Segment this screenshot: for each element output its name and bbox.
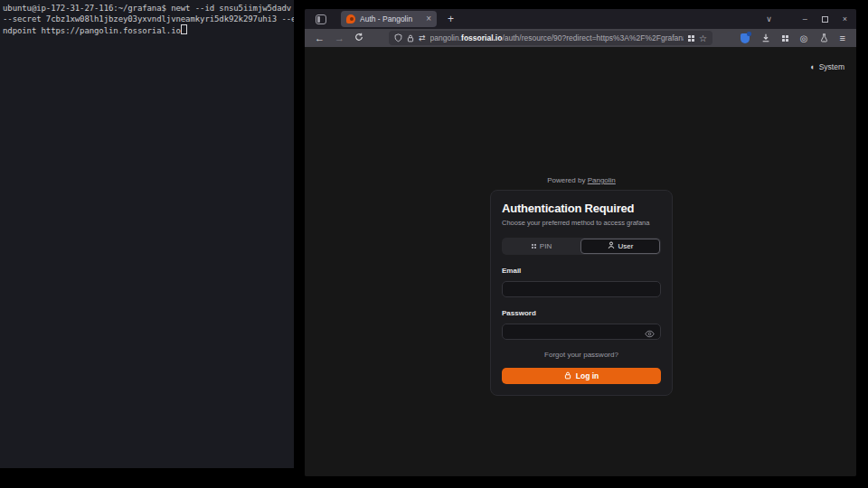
auth-page: ◐ System Powered by Pangolin Authenticat… — [305, 47, 856, 476]
container-flask-icon[interactable] — [820, 30, 828, 46]
auth-card: Authentication Required Choose your pref… — [490, 190, 673, 396]
password-label: Password — [502, 309, 661, 317]
extensions-icon[interactable] — [782, 35, 788, 42]
tab-user[interactable]: User — [580, 239, 660, 254]
login-lock-icon — [564, 371, 571, 381]
pin-keypad-icon — [532, 244, 536, 249]
toolbar-extension-icons: ◎ ≡ — [741, 30, 845, 46]
theme-toggle-label: System — [819, 62, 844, 71]
tab-user-label: User — [618, 242, 634, 250]
card-title: Authentication Required — [502, 202, 661, 215]
minimize-button[interactable]: – — [803, 14, 807, 23]
lock-icon[interactable] — [407, 30, 414, 46]
terminal-line: ndpoint https://pangolin.fossorial.io — [3, 24, 294, 37]
forward-button[interactable]: → — [335, 33, 344, 43]
tab-pin[interactable]: PIN — [503, 239, 580, 254]
email-label: Email — [502, 267, 661, 275]
pangolin-link[interactable]: Pangolin — [588, 176, 616, 184]
list-tabs-icon[interactable]: ∨ — [766, 14, 772, 23]
card-subtitle: Choose your preferred method to access g… — [502, 219, 661, 227]
back-button[interactable]: ← — [315, 33, 325, 43]
downloads-icon[interactable] — [761, 30, 770, 46]
window-controls: ∨ – × — [766, 14, 847, 23]
forgot-password-link[interactable]: Forgot your password? — [502, 351, 661, 359]
permissions-swap-icon[interactable]: ⇄ — [419, 33, 426, 42]
login-button[interactable]: Log in — [502, 368, 661, 384]
email-field[interactable] — [502, 281, 661, 297]
login-button-label: Log in — [576, 371, 599, 380]
ublock-shield-icon[interactable] — [741, 33, 750, 43]
auth-column: Powered by Pangolin Authentication Requi… — [490, 176, 673, 396]
url-bar[interactable]: ⇄ pangolin.fossorial.io/auth/resource/90… — [389, 31, 712, 45]
password-field[interactable] — [502, 324, 661, 340]
terminal-line: ubuntu@ip-172-31-27-116:~/grafana$ newt … — [3, 4, 294, 14]
auth-method-tabs: PIN User — [502, 238, 661, 255]
desktop: ubuntu@ip-172-31-27-116:~/grafana$ newt … — [0, 0, 868, 488]
browser-toolbar: ← → ⇄ pangolin.fossorial.io/auth/resourc… — [305, 29, 856, 47]
shortcuts-grid-icon[interactable] — [688, 35, 694, 42]
tab-pin-label: PIN — [540, 242, 552, 250]
pangolin-favicon-icon — [346, 14, 355, 23]
close-button[interactable]: × — [843, 14, 847, 23]
powered-by-text: Powered by — [547, 176, 585, 184]
account-circle-icon[interactable]: ◎ — [800, 33, 808, 43]
terminal-line: --secret 7cbz1xw08lh1jbzey03yxvndljvneam… — [3, 14, 294, 25]
reload-button[interactable] — [354, 33, 363, 43]
terminal-cursor — [181, 24, 187, 34]
maximize-button[interactable] — [822, 16, 828, 23]
tab-auth-pangolin[interactable]: Auth - Pangolin × — [341, 11, 437, 27]
theme-toggle-button[interactable]: ◐ System — [810, 62, 844, 71]
browser-tab-bar: Auth - Pangolin × + ∨ – × — [305, 9, 856, 29]
theme-sun-moon-icon: ◐ — [810, 62, 815, 71]
menu-hamburger-icon[interactable]: ≡ — [840, 33, 845, 43]
show-password-eye-icon[interactable] — [645, 325, 655, 342]
firefox-view-icon[interactable] — [316, 14, 326, 24]
tab-title: Auth - Pangolin — [360, 14, 421, 23]
bookmark-star-icon[interactable]: ☆ — [699, 33, 707, 43]
terminal-window[interactable]: ubuntu@ip-172-31-27-116:~/grafana$ newt … — [0, 0, 294, 468]
tab-close-icon[interactable]: × — [426, 14, 431, 23]
browser-window: Auth - Pangolin × + ∨ – × ← → — [305, 9, 856, 476]
new-tab-button[interactable]: + — [448, 13, 454, 25]
user-icon — [608, 241, 615, 251]
url-text[interactable]: pangolin.fossorial.io/auth/resource/90?r… — [430, 33, 684, 42]
terminal-line-text: ndpoint https://pangolin.fossorial.io — [3, 26, 181, 35]
tracking-shield-icon[interactable] — [394, 30, 402, 46]
powered-by: Powered by Pangolin — [490, 176, 673, 184]
